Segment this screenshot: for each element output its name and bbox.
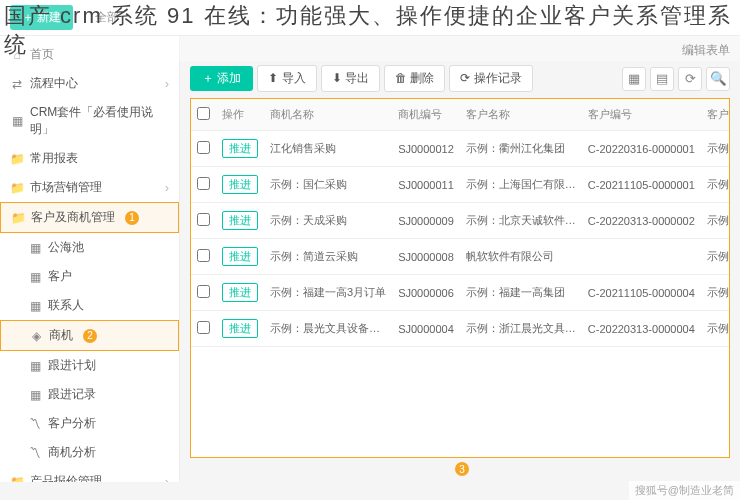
cell: SJ0000011 — [392, 167, 460, 203]
tab-all[interactable]: 全部 — [83, 5, 131, 30]
cell — [582, 239, 701, 275]
sidebar-label: 常用报表 — [30, 150, 78, 167]
sidebar-label: 商机分析 — [48, 444, 96, 461]
cell: 示例：晨光文具设备… — [264, 311, 392, 347]
sidebar-icon: ▦ — [10, 114, 24, 128]
sidebar-label: 跟进计划 — [48, 357, 96, 374]
grid-icon[interactable]: ▦ — [622, 67, 646, 91]
sidebar-item-11[interactable]: ▦跟进记录 — [0, 380, 179, 409]
cell: SJ0000004 — [392, 311, 460, 347]
push-button[interactable]: 推进 — [222, 211, 258, 230]
sidebar-icon: 📁 — [10, 475, 24, 483]
push-button[interactable]: 推进 — [222, 175, 258, 194]
sidebar-label: 产品报价管理 — [30, 473, 102, 482]
cell: SJ0000012 — [392, 131, 460, 167]
search-icon[interactable]: 🔍 — [706, 67, 730, 91]
row-checkbox[interactable] — [197, 249, 210, 262]
cell: 示例：王宁 — [701, 275, 730, 311]
sidebar-icon: 📁 — [11, 211, 25, 225]
sidebar-label: 流程中心 — [30, 75, 78, 92]
col-header-4: 客户名称 — [460, 99, 582, 131]
col-header-5: 客户编号 — [582, 99, 701, 131]
push-button[interactable]: 推进 — [222, 283, 258, 302]
sidebar-item-1[interactable]: ⇄流程中心› — [0, 69, 179, 98]
sidebar-item-9[interactable]: ◈商机2 — [0, 320, 179, 351]
sidebar-item-12[interactable]: 〽客户分析 — [0, 409, 179, 438]
table-row: 推进示例：国仁采购SJ0000011示例：上海国仁有限…C-20211105-0… — [191, 167, 730, 203]
add-button[interactable]: ＋ 添加 — [190, 66, 253, 91]
col-header-2: 商机名称 — [264, 99, 392, 131]
row-checkbox[interactable] — [197, 285, 210, 298]
table-row: 推进示例：福建一高3月订单SJ0000006示例：福建一高集团C-2021110… — [191, 275, 730, 311]
row-checkbox[interactable] — [197, 321, 210, 334]
select-all-checkbox[interactable] — [197, 107, 210, 120]
push-button[interactable]: 推进 — [222, 247, 258, 266]
sidebar-item-13[interactable]: 〽商机分析 — [0, 438, 179, 467]
col-header-1: 操作 — [216, 99, 264, 131]
sidebar-item-3[interactable]: 📁常用报表 — [0, 144, 179, 173]
watermark: 搜狐号@制造业老简 — [629, 481, 740, 500]
main-content: 编辑表单 ＋ 添加 ⬆ 导入 ⬇ 导出 🗑 删除 ⟳ 操作记录 ▦ ▤ ⟳ 🔍 … — [180, 36, 740, 482]
cell: 示例：王立 — [701, 239, 730, 275]
sidebar-item-8[interactable]: ▦联系人 — [0, 291, 179, 320]
export-button[interactable]: ⬇ 导出 — [321, 65, 380, 92]
col-header-3: 商机编号 — [392, 99, 460, 131]
cell: C-20220316-0000001 — [582, 131, 701, 167]
cell: C-20211105-0000004 — [582, 275, 701, 311]
sidebar-icon: ◈ — [29, 329, 43, 343]
sidebar-icon: ⇄ — [10, 77, 24, 91]
sidebar-label: 市场营销管理 — [30, 179, 102, 196]
sidebar-icon: ⌂ — [10, 48, 24, 62]
import-button[interactable]: ⬆ 导入 — [257, 65, 316, 92]
cell: 帆软软件有限公司 — [460, 239, 582, 275]
push-button[interactable]: 推进 — [222, 319, 258, 338]
filter-icon[interactable]: ▤ — [650, 67, 674, 91]
sidebar-label: 客户 — [48, 268, 72, 285]
annotation-badge: 1 — [125, 211, 139, 225]
sidebar-item-5[interactable]: 📁客户及商机管理1 — [0, 202, 179, 233]
push-button[interactable]: 推进 — [222, 139, 258, 158]
cell: 示例：天成采购 — [264, 203, 392, 239]
sidebar-label: 商机 — [49, 327, 73, 344]
oplog-button[interactable]: ⟳ 操作记录 — [449, 65, 532, 92]
sidebar-item-2[interactable]: ▦CRM套件「必看使用说明」 — [0, 98, 179, 144]
table-row: 推进江化销售采购SJ0000012示例：衢州江化集团C-20220316-000… — [191, 131, 730, 167]
cell: C-20211105-0000001 — [582, 167, 701, 203]
data-table-wrapper: 操作商机名称商机编号客户名称客户编号客户联系人 推进江化销售采购SJ000001… — [190, 98, 730, 458]
row-checkbox[interactable] — [197, 213, 210, 226]
sidebar-item-10[interactable]: ▦跟进计划 — [0, 351, 179, 380]
sidebar-label: CRM套件「必看使用说明」 — [30, 104, 169, 138]
cell: 示例：刘晨 — [701, 311, 730, 347]
topbar: ＋ 新建 全部 — [0, 0, 740, 36]
row-checkbox[interactable] — [197, 141, 210, 154]
cell: 示例：福建一高集团 — [460, 275, 582, 311]
new-button[interactable]: ＋ 新建 — [10, 5, 73, 30]
sidebar-icon: ▦ — [28, 270, 42, 284]
cell: 示例：李清海 — [701, 203, 730, 239]
cell: C-20220313-0000004 — [582, 311, 701, 347]
refresh-icon[interactable]: ⟳ — [678, 67, 702, 91]
delete-button[interactable]: 🗑 删除 — [384, 65, 445, 92]
sidebar-item-14[interactable]: 📁产品报价管理› — [0, 467, 179, 482]
sidebar-label: 公海池 — [48, 239, 84, 256]
sidebar-icon: 〽 — [28, 417, 42, 431]
sidebar-item-0[interactable]: ⌂首页 — [0, 40, 179, 69]
row-checkbox[interactable] — [197, 177, 210, 190]
sidebar-item-6[interactable]: ▦公海池 — [0, 233, 179, 262]
chevron-right-icon: › — [165, 77, 169, 91]
sidebar-item-7[interactable]: ▦客户 — [0, 262, 179, 291]
table-row: 推进示例：晨光文具设备…SJ0000004示例：浙江晨光文具…C-2022031… — [191, 311, 730, 347]
sidebar-icon: 〽 — [28, 446, 42, 460]
sidebar-label: 客户分析 — [48, 415, 96, 432]
cell: 示例：北京天诚软件… — [460, 203, 582, 239]
cell: 示例：上海国仁有限… — [460, 167, 582, 203]
sidebar-icon: ▦ — [28, 241, 42, 255]
cell: 示例：福建一高3月订单 — [264, 275, 392, 311]
chevron-right-icon: › — [165, 181, 169, 195]
data-table: 操作商机名称商机编号客户名称客户编号客户联系人 推进江化销售采购SJ000001… — [191, 99, 730, 347]
edit-form-link[interactable]: 编辑表单 — [682, 42, 730, 59]
cell: C-20220313-0000002 — [582, 203, 701, 239]
cell: 示例：王倩 — [701, 167, 730, 203]
table-row: 推进示例：天成采购SJ0000009示例：北京天诚软件…C-20220313-0… — [191, 203, 730, 239]
sidebar-item-4[interactable]: 📁市场营销管理› — [0, 173, 179, 202]
